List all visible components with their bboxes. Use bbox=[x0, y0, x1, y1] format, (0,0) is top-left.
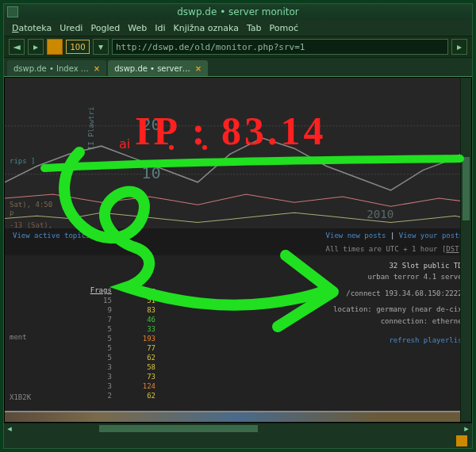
cell-ping: 83 bbox=[120, 306, 162, 314]
cell-frags: 3 bbox=[70, 363, 118, 371]
table-row: 983 bbox=[70, 306, 162, 314]
statusbar bbox=[4, 434, 472, 448]
table-row: 5193 bbox=[70, 335, 162, 343]
player-table: Frags Ping 15519837465335193577562358373… bbox=[68, 284, 163, 401]
cell-frags: 5 bbox=[70, 325, 118, 333]
cell-ping: 62 bbox=[120, 392, 162, 400]
toolbar: ◄ ▸ 100 ▾ http://dswp.de/old/monitor.php… bbox=[4, 36, 472, 58]
cell-ping: 77 bbox=[120, 344, 162, 352]
cell-frags: 7 bbox=[70, 316, 118, 324]
close-icon[interactable]: × bbox=[94, 64, 100, 73]
cell-frags: 3 bbox=[70, 382, 118, 390]
horizontal-scrollbar[interactable]: ◂ ▸ bbox=[4, 423, 472, 434]
cell-frags: 3 bbox=[70, 373, 118, 381]
vertical-scrollbar[interactable] bbox=[460, 78, 471, 422]
table-row: 262 bbox=[70, 392, 162, 400]
menu-file[interactable]: Datoteka bbox=[9, 21, 55, 35]
table-row: 577 bbox=[70, 344, 162, 352]
view-your-posts-link[interactable]: View your posts bbox=[399, 232, 463, 239]
table-row: 533 bbox=[70, 325, 162, 333]
scroll-left-icon[interactable]: ◂ bbox=[4, 423, 15, 434]
refresh-playerlist-link[interactable]: refresh playerlist bbox=[276, 335, 466, 346]
table-row: 746 bbox=[70, 316, 162, 324]
menu-help[interactable]: Pomoć bbox=[267, 21, 301, 35]
window-sys-icon[interactable] bbox=[7, 6, 18, 17]
server-slot: 32 Slot public TDM bbox=[276, 260, 466, 271]
cell-ping: 46 bbox=[120, 316, 162, 324]
table-row: 562 bbox=[70, 354, 162, 362]
tab-label: dswp.de • server… bbox=[114, 64, 190, 73]
cell-ping: 33 bbox=[120, 325, 162, 333]
menu-tab[interactable]: Tab bbox=[244, 21, 265, 35]
tab-index[interactable]: dswp.de • Index … × bbox=[7, 60, 106, 76]
timezone-line: All times are UTC + 1 hour [ DST ] bbox=[5, 243, 471, 255]
cell-ping: 62 bbox=[120, 354, 162, 362]
svg-text:2010: 2010 bbox=[367, 208, 393, 220]
cell-frags: 15 bbox=[70, 297, 118, 305]
player-chart: 20 10 2010 II Plawtri bbox=[5, 78, 471, 228]
cell-frags: 5 bbox=[70, 335, 118, 343]
scroll-right-icon[interactable]: ▸ bbox=[461, 423, 472, 434]
status-lock-icon[interactable] bbox=[456, 435, 467, 446]
titlebar[interactable]: dswp.de • server monitor bbox=[4, 4, 472, 20]
forum-link-bar: View active topics View new posts | View… bbox=[5, 228, 471, 243]
menu-view[interactable]: Pogled bbox=[87, 21, 123, 35]
back-button[interactable]: ◄ bbox=[9, 39, 25, 55]
cell-ping: 51 bbox=[120, 297, 162, 305]
cell-frags: 2 bbox=[70, 392, 118, 400]
server-info-box: 32 Slot public TDM urban terror 4.1 serv… bbox=[276, 260, 466, 346]
table-row: 373 bbox=[70, 373, 162, 381]
cell-frags: 5 bbox=[70, 354, 118, 362]
cell-ping: 73 bbox=[120, 373, 162, 381]
scroll-thumb[interactable] bbox=[463, 157, 470, 220]
scroll-thumb[interactable] bbox=[99, 425, 258, 432]
cell-ping: 193 bbox=[120, 335, 162, 343]
load-progress: 100 bbox=[66, 40, 90, 54]
url-input[interactable]: http://dswp.de/old/monitor.php?srv=1 bbox=[112, 39, 448, 55]
close-icon[interactable]: × bbox=[195, 64, 202, 73]
tabbar: dswp.de • Index … × dswp.de • server… × bbox=[4, 58, 472, 77]
menu-edit[interactable]: Uredi bbox=[56, 21, 86, 35]
cell-frags: 5 bbox=[70, 344, 118, 352]
home-icon[interactable] bbox=[47, 39, 63, 55]
browser-window: dswp.de • server monitor Datoteka Uredi … bbox=[3, 3, 473, 449]
cell-ping: 58 bbox=[120, 363, 162, 371]
menu-bookmarks[interactable]: Knjižna oznaka bbox=[170, 21, 241, 35]
server-game: urban terror 4.1 server bbox=[276, 271, 466, 282]
tab-label: dswp.de • Index … bbox=[13, 64, 89, 73]
server-connect: /connect 193.34.68.150:22222 bbox=[276, 288, 466, 299]
server-location: location: germany (near de-cix) bbox=[276, 304, 466, 315]
dst-link[interactable]: DST bbox=[446, 245, 459, 253]
go-button[interactable]: ▸ bbox=[451, 39, 467, 55]
server-connection: connection: ethernet bbox=[276, 316, 466, 327]
svg-text:10: 10 bbox=[141, 163, 160, 182]
game-screenshot bbox=[5, 411, 471, 423]
table-row: 358 bbox=[70, 363, 162, 371]
view-new-posts-link[interactable]: View new posts bbox=[326, 232, 386, 239]
view-active-topics-link[interactable]: View active topics bbox=[13, 232, 90, 239]
svg-text:II Plawtri: II Plawtri bbox=[87, 106, 95, 150]
table-row: 1551 bbox=[70, 297, 162, 305]
menu-go[interactable]: Idi bbox=[152, 21, 168, 35]
menu-web[interactable]: Web bbox=[125, 21, 150, 35]
cell-ping: 124 bbox=[120, 382, 162, 390]
reload-dropdown[interactable]: ▾ bbox=[93, 39, 109, 55]
forward-button[interactable]: ▸ bbox=[28, 39, 44, 55]
clipped-forum-text: rips ] Sat), 4:50 p -13 (Sat), 7:50 p me… bbox=[10, 157, 57, 237]
window-title: dswp.de • server monitor bbox=[177, 6, 299, 17]
col-ping[interactable]: Ping bbox=[120, 285, 162, 295]
table-row: 3124 bbox=[70, 382, 162, 390]
page-content: 20 10 2010 II Plawtri rips ] Sat), 4:50 … bbox=[4, 77, 472, 423]
col-frags[interactable]: Frags bbox=[70, 285, 118, 295]
tab-server[interactable]: dswp.de • server… × bbox=[108, 60, 208, 76]
menubar: Datoteka Uredi Pogled Web Idi Knjižna oz… bbox=[4, 20, 472, 36]
cell-frags: 9 bbox=[70, 306, 118, 314]
svg-text:20: 20 bbox=[141, 115, 160, 134]
